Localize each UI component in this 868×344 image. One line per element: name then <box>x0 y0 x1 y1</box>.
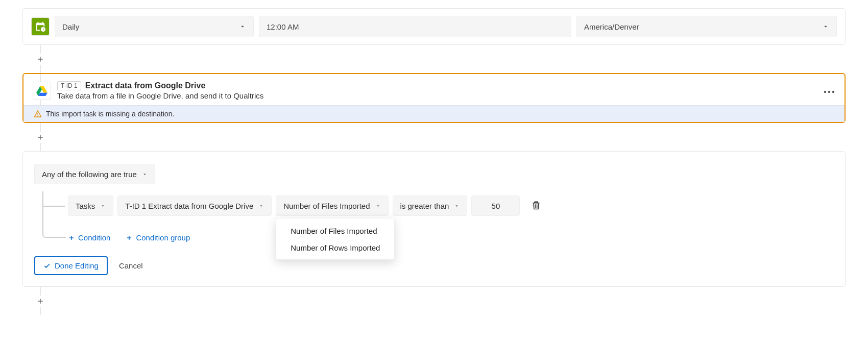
task-description: Take data from a file in Google Drive, a… <box>57 91 817 100</box>
add-condition-label: Condition <box>78 233 110 242</box>
time-value: 12:00 AM <box>267 22 299 31</box>
svg-point-4 <box>828 91 830 93</box>
schedule-card: Daily 12:00 AM America/Denver <box>22 8 846 45</box>
time-input[interactable]: 12:00 AM <box>259 16 571 37</box>
chevron-down-icon <box>375 203 381 209</box>
done-editing-button[interactable]: Done Editing <box>34 256 108 275</box>
schedule-icon <box>31 17 50 36</box>
schedule-inputs: Daily 12:00 AM America/Denver <box>55 16 837 37</box>
chevron-down-icon <box>142 171 148 177</box>
add-condition-button[interactable]: Condition <box>68 233 110 242</box>
condition-source-type-label: Tasks <box>76 202 95 210</box>
svg-point-3 <box>824 91 826 93</box>
condition-metric-select[interactable]: Number of Files Imported <box>276 195 388 216</box>
condition-tree: Tasks T-ID 1 Extract data from Google Dr… <box>42 195 834 242</box>
metric-option-rows[interactable]: Number of Rows Imported <box>276 239 394 256</box>
condition-add-row: Condition Condition group <box>42 233 834 242</box>
chevron-down-icon <box>100 203 106 209</box>
timezone-value: America/Denver <box>584 22 639 31</box>
task-text: T-ID 1 Extract data from Google Drive Ta… <box>57 81 817 100</box>
task-card[interactable]: T-ID 1 Extract data from Google Drive Ta… <box>22 73 846 123</box>
plus-icon <box>68 234 75 241</box>
frequency-select[interactable]: Daily <box>55 16 254 37</box>
condition-task-ref-label: T-ID 1 Extract data from Google Drive <box>125 202 253 210</box>
condition-group-mode-label: Any of the following are true <box>42 170 137 179</box>
chevron-down-icon <box>258 203 264 209</box>
add-condition-group-label: Condition group <box>136 233 190 242</box>
chevron-down-icon <box>454 203 460 209</box>
plus-icon <box>36 55 44 63</box>
svg-rect-7 <box>37 115 38 116</box>
metric-option-files[interactable]: Number of Files Imported <box>276 223 394 239</box>
condition-source-type-select[interactable]: Tasks <box>68 195 113 216</box>
condition-task-ref-select[interactable]: T-ID 1 Extract data from Google Drive <box>117 195 272 216</box>
condition-value-input[interactable] <box>471 195 520 216</box>
task-warning-text: This import task is missing a destinatio… <box>46 110 174 118</box>
flow-rail: T-ID 1 Extract data from Google Drive Ta… <box>40 45 846 315</box>
chevron-down-icon <box>822 23 829 30</box>
task-id-chip: T-ID 1 <box>57 81 81 90</box>
condition-operator-label: is greater than <box>400 202 449 210</box>
chevron-down-icon <box>239 23 246 30</box>
task-menu-button[interactable] <box>823 86 835 95</box>
condition-metric-dropdown: Number of Files Imported Number of Rows … <box>276 218 395 260</box>
frequency-value: Daily <box>62 22 79 31</box>
condition-metric-wrapper: Number of Files Imported Number of Files… <box>276 195 388 216</box>
google-drive-icon <box>33 82 51 100</box>
plus-icon <box>36 133 44 141</box>
kebab-icon <box>823 90 835 93</box>
plus-icon <box>126 234 133 241</box>
condition-group-mode-select[interactable]: Any of the following are true <box>34 164 155 184</box>
condition-metric-label: Number of Files Imported <box>283 202 370 210</box>
task-title: Extract data from Google Drive <box>85 81 206 90</box>
condition-editor-card: Any of the following are true Tasks T-ID… <box>22 151 846 287</box>
calendar-clock-icon <box>35 21 46 32</box>
add-step-button-1[interactable] <box>35 54 46 65</box>
trash-icon <box>531 200 541 210</box>
warning-icon <box>34 110 42 118</box>
add-step-button-2[interactable] <box>35 132 46 143</box>
condition-operator-select[interactable]: is greater than <box>393 195 468 216</box>
plus-icon <box>36 297 44 305</box>
done-editing-label: Done Editing <box>55 261 99 270</box>
svg-rect-6 <box>37 113 38 115</box>
cancel-button[interactable]: Cancel <box>119 261 143 270</box>
add-condition-group-button[interactable]: Condition group <box>126 233 190 242</box>
add-step-button-3[interactable] <box>35 296 46 307</box>
condition-row: Tasks T-ID 1 Extract data from Google Dr… <box>42 195 834 216</box>
svg-point-5 <box>832 91 834 93</box>
condition-value-field[interactable] <box>472 201 519 211</box>
check-icon <box>43 262 51 269</box>
delete-condition-button[interactable] <box>531 200 541 212</box>
task-header: T-ID 1 Extract data from Google Drive Ta… <box>23 74 845 105</box>
timezone-select[interactable]: America/Denver <box>576 16 837 37</box>
editor-footer: Done Editing Cancel <box>34 256 834 275</box>
task-warning-banner: This import task is missing a destinatio… <box>23 105 845 122</box>
